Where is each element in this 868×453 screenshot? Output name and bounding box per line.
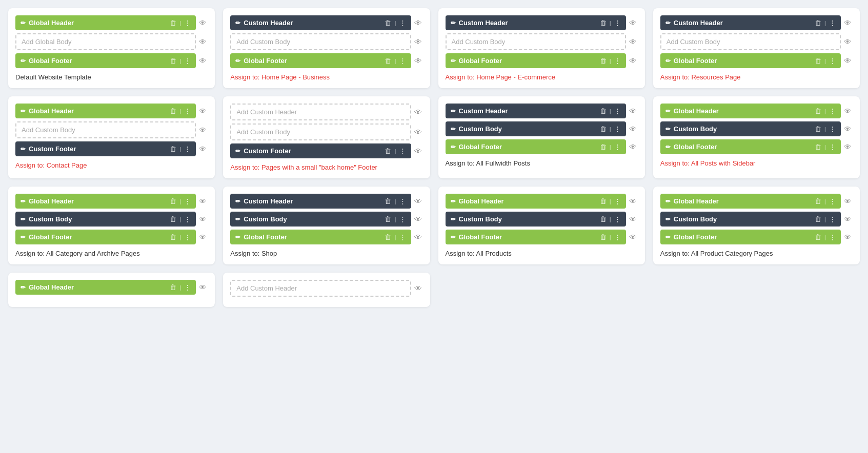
card-12-block-0[interactable]: ✏Global Header🗑|⋮	[660, 194, 841, 209]
card-9-block-1[interactable]: ✏Custom Body🗑|⋮	[15, 212, 196, 226]
card-5-block-0[interactable]: ✏Global Header🗑|⋮	[15, 104, 196, 118]
delete-icon[interactable]: 🗑	[170, 145, 176, 153]
visibility-toggle[interactable]: 👁	[628, 215, 638, 223]
more-icon[interactable]: ⋮	[399, 215, 406, 223]
visibility-toggle[interactable]: 👁	[413, 197, 423, 205]
more-icon[interactable]: ⋮	[184, 19, 191, 27]
card-1-block-0[interactable]: ✏Global Header🗑|⋮	[15, 15, 196, 30]
visibility-toggle[interactable]: 👁	[413, 108, 423, 116]
card-7-block-2[interactable]: ✏Global Footer🗑|⋮	[446, 139, 626, 154]
more-icon[interactable]: ⋮	[614, 233, 621, 241]
more-icon[interactable]: ⋮	[399, 233, 406, 241]
delete-icon[interactable]: 🗑	[815, 143, 821, 151]
visibility-toggle[interactable]: 👁	[628, 107, 638, 115]
more-icon[interactable]: ⋮	[184, 233, 191, 241]
visibility-toggle[interactable]: 👁	[843, 37, 853, 46]
card-12-block-1[interactable]: ✏Custom Body🗑|⋮	[660, 212, 841, 226]
card-3-block-1[interactable]: Add Custom Body	[446, 33, 626, 50]
more-icon[interactable]: ⋮	[614, 197, 621, 205]
card-2-block-1[interactable]: Add Custom Body	[230, 33, 411, 50]
more-icon[interactable]: ⋮	[829, 19, 836, 27]
card-10-block-1[interactable]: ✏Custom Body🗑|⋮	[230, 212, 411, 226]
more-icon[interactable]: ⋮	[184, 57, 191, 65]
delete-icon[interactable]: 🗑	[170, 283, 176, 291]
delete-icon[interactable]: 🗑	[385, 233, 391, 241]
visibility-toggle[interactable]: 👁	[628, 142, 638, 151]
delete-icon[interactable]: 🗑	[815, 125, 821, 133]
visibility-toggle[interactable]: 👁	[413, 147, 423, 155]
more-icon[interactable]: ⋮	[184, 107, 191, 115]
delete-icon[interactable]: 🗑	[170, 197, 176, 205]
visibility-toggle[interactable]: 👁	[413, 37, 423, 46]
delete-icon[interactable]: 🗑	[815, 107, 821, 115]
more-icon[interactable]: ⋮	[184, 215, 191, 223]
more-icon[interactable]: ⋮	[829, 143, 836, 151]
delete-icon[interactable]: 🗑	[600, 107, 607, 115]
visibility-toggle[interactable]: 👁	[198, 283, 208, 292]
visibility-toggle[interactable]: 👁	[198, 145, 208, 153]
card-6-block-2[interactable]: ✏Custom Footer🗑|⋮	[230, 143, 411, 158]
visibility-toggle[interactable]: 👁	[413, 128, 423, 136]
delete-icon[interactable]: 🗑	[815, 197, 821, 205]
visibility-toggle[interactable]: 👁	[198, 233, 208, 241]
card-2-block-0[interactable]: ✏Custom Header🗑|⋮	[230, 15, 411, 30]
more-icon[interactable]: ⋮	[399, 19, 406, 27]
visibility-toggle[interactable]: 👁	[628, 233, 638, 241]
card-11-block-0[interactable]: ✏Global Header🗑|⋮	[446, 194, 626, 209]
card-7-block-1[interactable]: ✏Custom Body🗑|⋮	[446, 121, 626, 136]
more-icon[interactable]: ⋮	[184, 197, 191, 205]
card-14-block-0[interactable]: Add Custom Header	[230, 280, 411, 297]
visibility-toggle[interactable]: 👁	[198, 107, 208, 115]
more-icon[interactable]: ⋮	[829, 107, 836, 115]
more-icon[interactable]: ⋮	[184, 283, 191, 291]
more-icon[interactable]: ⋮	[829, 197, 836, 205]
card-13-block-0[interactable]: ✏Global Header🗑|⋮	[15, 280, 196, 295]
visibility-toggle[interactable]: 👁	[413, 284, 423, 293]
card-3-block-0[interactable]: ✏Custom Header🗑|⋮	[446, 15, 626, 30]
visibility-toggle[interactable]: 👁	[413, 56, 423, 65]
delete-icon[interactable]: 🗑	[385, 19, 391, 27]
card-9-block-2[interactable]: ✏Global Footer🗑|⋮	[15, 230, 196, 244]
visibility-toggle[interactable]: 👁	[843, 125, 853, 133]
card-10-block-0[interactable]: ✏Custom Header🗑|⋮	[230, 194, 411, 209]
card-11-block-2[interactable]: ✏Global Footer🗑|⋮	[446, 230, 626, 244]
more-icon[interactable]: ⋮	[829, 125, 836, 133]
delete-icon[interactable]: 🗑	[600, 57, 607, 65]
more-icon[interactable]: ⋮	[614, 107, 621, 115]
delete-icon[interactable]: 🗑	[170, 215, 176, 223]
visibility-toggle[interactable]: 👁	[198, 56, 208, 65]
more-icon[interactable]: ⋮	[184, 145, 191, 153]
delete-icon[interactable]: 🗑	[815, 215, 821, 223]
visibility-toggle[interactable]: 👁	[843, 142, 853, 151]
delete-icon[interactable]: 🗑	[385, 147, 391, 155]
card-4-block-1[interactable]: Add Custom Body	[660, 33, 841, 50]
more-icon[interactable]: ⋮	[829, 233, 836, 241]
visibility-toggle[interactable]: 👁	[413, 233, 423, 241]
visibility-toggle[interactable]: 👁	[198, 197, 208, 205]
visibility-toggle[interactable]: 👁	[413, 18, 423, 27]
visibility-toggle[interactable]: 👁	[843, 56, 853, 65]
card-5-block-1[interactable]: Add Custom Body	[15, 121, 196, 138]
card-7-block-0[interactable]: ✏Custom Header🗑|⋮	[446, 104, 626, 118]
card-5-block-2[interactable]: ✏Custom Footer🗑|⋮	[15, 141, 196, 156]
more-icon[interactable]: ⋮	[614, 125, 621, 133]
more-icon[interactable]: ⋮	[614, 57, 621, 65]
card-1-block-2[interactable]: ✏Global Footer🗑|⋮	[15, 53, 196, 68]
delete-icon[interactable]: 🗑	[600, 233, 607, 241]
card-4-block-2[interactable]: ✏Global Footer🗑|⋮	[660, 53, 841, 68]
delete-icon[interactable]: 🗑	[815, 57, 821, 65]
delete-icon[interactable]: 🗑	[385, 197, 391, 205]
visibility-toggle[interactable]: 👁	[628, 197, 638, 205]
more-icon[interactable]: ⋮	[829, 215, 836, 223]
delete-icon[interactable]: 🗑	[600, 215, 607, 223]
delete-icon[interactable]: 🗑	[600, 125, 607, 133]
visibility-toggle[interactable]: 👁	[198, 215, 208, 223]
visibility-toggle[interactable]: 👁	[198, 37, 208, 46]
delete-icon[interactable]: 🗑	[815, 233, 821, 241]
visibility-toggle[interactable]: 👁	[843, 197, 853, 205]
card-8-block-0[interactable]: ✏Global Header🗑|⋮	[660, 104, 841, 118]
card-3-block-2[interactable]: ✏Global Footer🗑|⋮	[446, 53, 626, 68]
card-9-block-0[interactable]: ✏Global Header🗑|⋮	[15, 194, 196, 209]
card-10-block-2[interactable]: ✏Global Footer🗑|⋮	[230, 230, 411, 244]
visibility-toggle[interactable]: 👁	[198, 126, 208, 134]
